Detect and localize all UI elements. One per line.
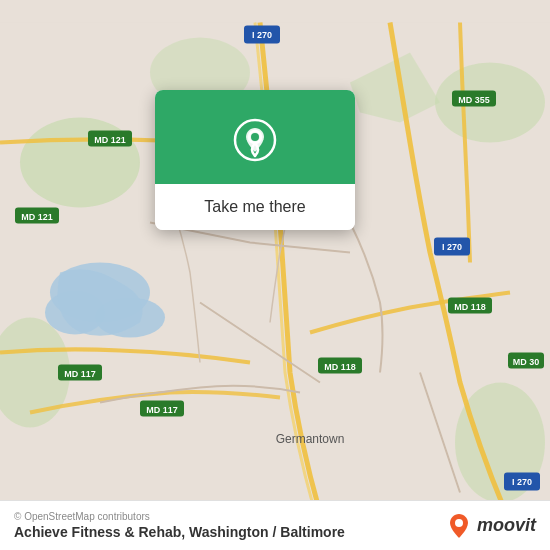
moovit-pin-icon (445, 512, 473, 540)
svg-text:MD 30: MD 30 (513, 357, 540, 367)
svg-text:I 270: I 270 (252, 30, 272, 40)
svg-text:MD 121: MD 121 (21, 212, 53, 222)
svg-text:MD 118: MD 118 (324, 362, 356, 372)
copyright-text: © OpenStreetMap contributors (14, 511, 345, 522)
svg-text:MD 118: MD 118 (454, 302, 486, 312)
location-pin-icon (233, 118, 277, 162)
svg-point-36 (455, 519, 463, 527)
svg-text:I 270: I 270 (512, 477, 532, 487)
svg-text:Germantown: Germantown (276, 432, 345, 446)
bottom-bar: © OpenStreetMap contributors Achieve Fit… (0, 500, 550, 550)
map-container: I 270 MD 121 MD 121 MD 355 I 270 MD 118 … (0, 0, 550, 550)
moovit-brand-text: moovit (477, 515, 536, 536)
svg-text:MD 117: MD 117 (146, 405, 178, 415)
svg-text:MD 117: MD 117 (64, 369, 96, 379)
moovit-logo: moovit (445, 512, 536, 540)
popup-green-header (155, 90, 355, 184)
svg-text:MD 121: MD 121 (94, 135, 126, 145)
bottom-left-info: © OpenStreetMap contributors Achieve Fit… (14, 511, 345, 540)
popup-tail (246, 189, 266, 201)
svg-text:I 270: I 270 (442, 242, 462, 252)
location-name: Achieve Fitness & Rehab, Washington / Ba… (14, 524, 345, 540)
svg-text:MD 355: MD 355 (458, 95, 490, 105)
popup-card: Take me there (155, 90, 355, 230)
map-background: I 270 MD 121 MD 121 MD 355 I 270 MD 118 … (0, 0, 550, 550)
svg-point-35 (251, 133, 259, 141)
